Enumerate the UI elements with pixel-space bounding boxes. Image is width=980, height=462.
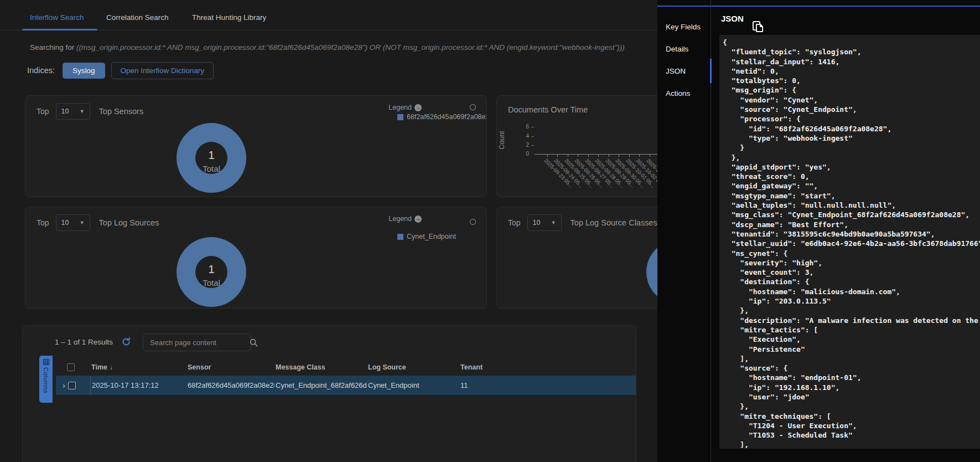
columns-tab-label: Columns [43,367,49,393]
chevron-down-icon: ▼ [551,220,556,225]
active-tab-underline [22,29,97,30]
panel-status-circle-icon[interactable] [470,219,476,225]
legend-label: Legend [388,104,412,111]
x-tick-mark [588,154,589,157]
panel-documents-over-time: Documents Over Time Count 6 4 2 0 2025-0… [496,95,657,197]
top-log-source-classes-donut-chart[interactable] [646,240,657,304]
legend-item[interactable]: 68f2af626d45a069f2a08e28 [397,113,487,121]
y-tick: 6 [516,124,529,130]
y-tick: 4 [516,133,529,139]
columns-tab[interactable]: Columns [39,356,53,403]
table-row[interactable]: › 2025-10-17 13:17:12 68f2af626d45a069f2… [56,376,636,395]
y-axis-label: Count [498,121,506,160]
refresh-icon[interactable] [121,337,131,347]
x-tick-mark [650,154,650,157]
legend-item[interactable]: Cynet_Endpoint [397,233,487,240]
chart-title: Documents Over Time [508,105,588,114]
flyout-tab-column: Key Fields Details JSON Actions [657,0,711,462]
indices-row: Indices: Syslog Open Interflow Dictionar… [27,61,214,80]
search-query-text: ((msg_origin.processor.id:* AND msg_orig… [76,43,625,52]
x-tick-mark [557,154,558,157]
donut-total-value: 1 [177,263,246,276]
results-count: 1 – 1 of 1 Results [55,338,113,346]
legend-label: Legend [388,215,412,223]
legend-swatch [397,234,403,240]
tab-correlation-search[interactable]: Correlation Search [106,13,169,22]
open-interflow-dictionary-button[interactable]: Open Interflow Dictionary [111,62,214,79]
x-tick-mark [578,154,578,157]
top-label: Top [508,218,521,227]
top-sensors-donut-chart[interactable]: 1 Total [177,123,246,193]
top-n-value: 10 [533,219,541,227]
y-tick-mark [531,127,534,127]
y-tick-mark [531,145,534,146]
table-header-row: Time↓ Sensor Message Class Log Source Te… [56,361,636,374]
cell-message-class: Cynet_Endpoint_68f2af626d45a069f2a08e28 [274,376,367,395]
column-header-message-class[interactable]: Message Class [274,361,367,374]
panel-title: Top Sensors [99,107,144,116]
row-expand-icon[interactable]: › [63,382,65,389]
column-header-sensor[interactable]: Sensor [186,361,274,374]
cell-log-source: Cynet_Endpoint [367,376,459,395]
top-n-dropdown[interactable]: 10 ▼ [56,214,90,231]
flyout-tab-json[interactable]: JSON [657,60,711,82]
top-label: Top [37,218,49,227]
legend-item-label: 68f2af626d45a069f2a08e28 [407,113,487,121]
syslog-index-button[interactable]: Syslog [63,63,105,79]
x-tick-mark [639,154,640,157]
x-tick-mark [629,154,630,157]
chevron-down-icon: ▼ [80,220,85,225]
donut-total-value: 1 [177,148,246,162]
cell-tenant: 11 [459,376,636,395]
donut-total-caption: Total [177,278,246,288]
x-tick-mark [598,154,599,157]
indices-label: Indices: [27,66,55,75]
legend-swatch [397,114,403,120]
select-all-checkbox[interactable] [67,363,75,371]
top-log-sources-donut-chart[interactable]: 1 Total [177,237,246,307]
json-code-block[interactable]: { "fluentd_topic": "syslogjson", "stella… [719,35,980,449]
json-code-text: { "fluentd_topic": "syslogjson", "stella… [719,35,980,449]
panel-top-sensors: Top 10 ▼ Top Sensors Legend→ 68f2af626d4… [25,95,487,197]
legend-header[interactable]: Legend→ [388,213,422,223]
cell-time: 2025-10-17 13:17:12 [90,376,186,395]
column-header-log-source[interactable]: Log Source [367,361,459,374]
panel-top-log-source-classes: Top 10 ▼ Top Log Source Classes [496,207,657,309]
tab-threat-hunting-library[interactable]: Threat Hunting Library [192,13,266,22]
cell-sensor: 68f2af626d45a069f2a08e28 [186,376,274,395]
copy-icon[interactable] [752,20,764,36]
top-n-dropdown[interactable]: 10 ▼ [56,103,90,120]
column-header-time[interactable]: Time↓ [90,361,186,374]
search-summary-prefix: Searching for [30,43,74,52]
search-icon [250,338,258,347]
chevron-down-icon: ▼ [80,109,85,114]
flyout-tab-key-fields[interactable]: Key Fields [657,16,711,38]
main-content: Interflow Search Correlation Search Thre… [0,0,657,462]
donut-total-caption: Total [177,164,246,173]
results-panel: 1 – 1 of 1 Results Columns Time↓ Sensor … [22,325,636,462]
columns-grid-icon [43,359,49,365]
app-root: Interflow Search Correlation Search Thre… [0,0,980,462]
top-tabbar: Interflow Search Correlation Search Thre… [0,0,657,30]
column-header-tenant[interactable]: Tenant [459,361,636,374]
top-n-dropdown[interactable]: 10 ▼ [527,214,562,231]
y-tick: 2 [516,142,529,148]
page-search [143,333,251,351]
row-checkbox[interactable] [68,382,76,389]
x-tick-mark [619,154,619,157]
top-n-value: 10 [61,219,69,227]
json-panel-title: JSON [721,14,744,23]
top-n-value: 10 [61,107,69,115]
x-tick-mark [609,154,609,157]
x-tick-mark [547,154,548,157]
flyout-tab-details[interactable]: Details [657,38,711,60]
tab-interflow-search[interactable]: Interflow Search [30,13,84,22]
sort-desc-icon: ↓ [110,363,113,371]
y-tick: 0 [516,151,529,157]
record-detail-flyout: Key Fields Details JSON Actions JSON { "… [657,0,980,462]
flyout-tab-actions[interactable]: Actions [657,82,711,104]
search-input[interactable] [143,338,250,347]
legend-header[interactable]: Legend→ [388,102,422,112]
panel-status-circle-icon[interactable] [470,104,476,110]
panel-top-log-sources: Top 10 ▼ Top Log Sources Legend→ Cynet_E… [25,207,487,309]
